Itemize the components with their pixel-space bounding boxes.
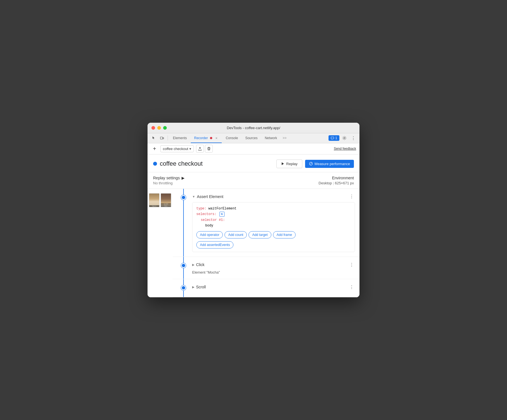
step-subtitle-2: Element "Mocha" xyxy=(192,270,355,274)
play-icon xyxy=(281,162,284,165)
step-menu-button-1[interactable]: ⋮ xyxy=(348,193,355,200)
step-header-2: ▶ Click ⋮ xyxy=(192,261,355,268)
tab-recorder[interactable]: Recorder ✕ xyxy=(191,133,222,143)
step-header-1: ▼ Assert Element ⋮ xyxy=(192,193,355,200)
close-button[interactable] xyxy=(151,126,155,130)
export-icon xyxy=(198,147,202,151)
step-menu-button-2[interactable]: ⋮ xyxy=(348,261,355,268)
tab-sources[interactable]: Sources xyxy=(242,133,261,143)
devtools-toolbar: Elements Recorder ✕ Console Sources Netw… xyxy=(148,133,359,143)
titlebar: DevTools - coffee-cart.netlify.app/ xyxy=(148,123,359,133)
recording-indicator: coffee checkout xyxy=(153,160,276,167)
code-selector1: selector #1: xyxy=(196,217,351,223)
step-actions-1: Add operator Add count Add target Add fr… xyxy=(196,231,351,238)
thumbnail-2: Mocha Total: $0.00 xyxy=(161,193,171,207)
step-actions-2: Add assertedEvents xyxy=(196,241,351,248)
add-operator-button[interactable]: Add operator xyxy=(196,231,223,238)
cursor-tool-button[interactable] xyxy=(150,134,158,142)
close-tab-button[interactable]: ✕ xyxy=(214,136,218,140)
settings-button[interactable] xyxy=(341,134,348,142)
step-click: ▶ Click ⋮ Element "Mocha" xyxy=(173,257,359,279)
svg-point-2 xyxy=(210,137,212,139)
svg-rect-0 xyxy=(160,137,163,139)
step-body-1: type: waitForElement selectors: xyxy=(192,202,355,252)
measure-performance-button[interactable]: Measure performance xyxy=(305,160,354,168)
step-scroll: ▶ Scroll ⋮ xyxy=(173,279,359,297)
step-dot-1 xyxy=(181,195,186,200)
add-target-button[interactable]: Add target xyxy=(248,231,271,238)
minimize-button[interactable] xyxy=(157,126,161,130)
toolbar-right: 1 ⋮ xyxy=(329,134,357,142)
thumbnail-strip: Cappucino Mocha Total: $0.00 xyxy=(148,189,173,298)
gear-icon xyxy=(342,136,347,140)
settings-left: Replay settings ▶ No throttling xyxy=(153,176,185,185)
delete-recording-button[interactable] xyxy=(205,145,213,153)
delete-icon xyxy=(207,147,211,151)
replay-settings-toggle[interactable]: Replay settings ▶ xyxy=(153,176,185,180)
step-title-1[interactable]: ▼ Assert Element xyxy=(192,194,223,199)
code-selectors: selectors: xyxy=(196,211,351,217)
thumbnails: Cappucino Mocha Total: $0.00 xyxy=(149,193,171,207)
environment-value: Desktop | 625×671 px xyxy=(318,181,354,185)
recording-dot xyxy=(153,162,157,166)
settings-bar: Replay settings ▶ No throttling Environm… xyxy=(148,172,359,189)
svg-point-3 xyxy=(344,137,345,139)
devtools-window: DevTools - coffee-cart.netlify.app/ Elem… xyxy=(148,123,359,298)
traffic-lights xyxy=(151,126,167,130)
more-options-button[interactable]: ⋮ xyxy=(349,134,357,142)
chat-icon xyxy=(331,136,334,140)
send-feedback-link[interactable]: Send feedback xyxy=(334,147,356,151)
replay-button[interactable]: Replay xyxy=(276,160,302,168)
step-title-2[interactable]: ▶ Click xyxy=(192,262,204,267)
svg-marker-4 xyxy=(282,162,284,165)
recording-title: coffee checkout xyxy=(160,160,203,167)
code-body: body xyxy=(196,223,351,228)
tab-network[interactable]: Network xyxy=(261,133,280,143)
code-type: type: waitForElement xyxy=(196,206,351,211)
thumbnail-1: Cappucino xyxy=(149,193,160,207)
more-tabs-button[interactable]: >> xyxy=(281,136,288,140)
step-dot-2 xyxy=(181,263,186,268)
maximize-button[interactable] xyxy=(163,126,167,130)
step-header-3: ▶ Scroll ⋮ xyxy=(192,284,355,290)
performance-icon xyxy=(309,162,313,166)
device-toggle-button[interactable] xyxy=(158,134,166,142)
toolbar-separator-1 xyxy=(168,136,168,141)
steps-content: ▼ Assert Element ⋮ type: waitForElement … xyxy=(173,189,359,298)
add-asserted-events-button[interactable]: Add assertedEvents xyxy=(196,241,233,248)
export-recording-button[interactable] xyxy=(196,145,204,153)
recording-name-dropdown[interactable]: coffee checkout ▾ xyxy=(160,145,194,152)
steps-area: Cappucino Mocha Total: $0.00 xyxy=(148,189,359,298)
step-menu-button-3[interactable]: ⋮ xyxy=(348,284,355,290)
selector-icon[interactable] xyxy=(219,212,224,217)
environment-label: Environment xyxy=(318,176,354,180)
settings-right: Environment Desktop | 625×671 px xyxy=(318,176,354,185)
add-count-button[interactable]: Add count xyxy=(224,231,247,238)
header-actions: Replay Measure performance xyxy=(276,160,354,168)
recording-header: coffee checkout Replay Measure performan… xyxy=(148,155,359,172)
tab-elements[interactable]: Elements xyxy=(170,133,190,143)
main-content: coffee checkout Replay Measure performan… xyxy=(148,155,359,298)
recorder-icon xyxy=(209,136,213,140)
window-title: DevTools - coffee-cart.netlify.app/ xyxy=(227,126,280,130)
step-dot-3 xyxy=(181,285,186,290)
step-assert-element: ▼ Assert Element ⋮ type: waitForElement … xyxy=(173,189,359,257)
recorder-bar: + coffee checkout ▾ Send feedback xyxy=(148,143,359,155)
console-badge-button[interactable]: 1 xyxy=(329,135,339,141)
new-recording-button[interactable]: + xyxy=(151,145,158,152)
step-title-3[interactable]: ▶ Scroll xyxy=(192,285,206,289)
tab-console[interactable]: Console xyxy=(222,133,241,143)
throttling-label: No throttling xyxy=(153,181,185,185)
svg-rect-1 xyxy=(163,137,164,139)
add-frame-button[interactable]: Add frame xyxy=(273,231,296,238)
recording-actions xyxy=(196,145,213,153)
